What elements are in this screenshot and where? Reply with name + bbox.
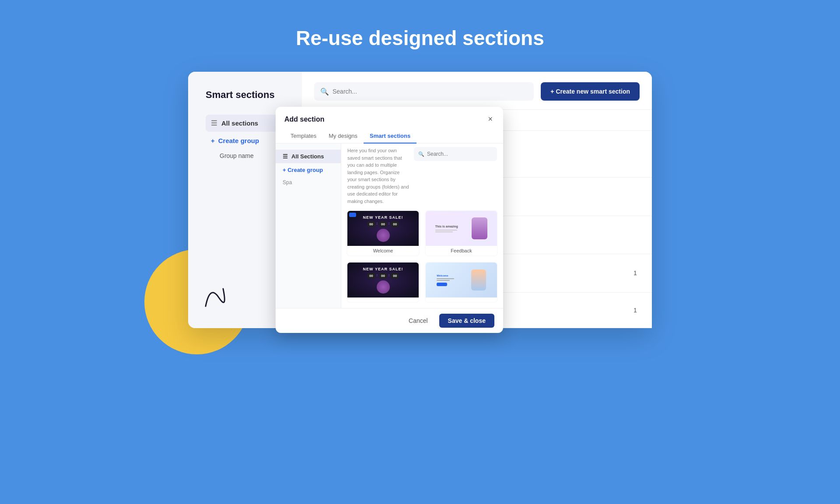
- modal-sidebar-all-sections[interactable]: ☰ All Sections: [276, 150, 341, 163]
- modal-hero-label: [426, 298, 497, 302]
- modal-thumb-sale2: NEW YEAR SALE! 00 : 00 : 00: [347, 262, 419, 298]
- modal-header: Add section ×: [276, 107, 503, 124]
- plus-icon: +: [211, 137, 215, 144]
- main-card: Smart sections ☰ All sections + Create g…: [188, 72, 652, 328]
- modal-section-card-welcome[interactable]: NEW YEAR SALE! 00 : 00 : 00: [346, 210, 420, 256]
- add-section-modal: Add section × Templates My designs Smart…: [276, 107, 503, 333]
- save-close-button[interactable]: Save & close: [439, 314, 494, 328]
- modal-search-icon: 🔍: [418, 151, 424, 157]
- sidebar-title: Smart sections: [206, 89, 291, 101]
- modal-info-text: Here you find your own saved smart secti…: [347, 147, 410, 205]
- modal-right-area: Here you find your own saved smart secti…: [341, 144, 503, 308]
- search-input[interactable]: [332, 88, 528, 95]
- modal-search-wrapper: 🔍: [414, 147, 497, 161]
- list-icon: ☰: [211, 119, 217, 127]
- modal-title: Add section: [284, 116, 325, 123]
- deco-squiggle: [197, 280, 232, 315]
- modal-sale2-label: [347, 298, 419, 302]
- sidebar-create-group-label: Create group: [218, 137, 259, 144]
- bottom-bg: [0, 328, 840, 363]
- modal-close-button[interactable]: ×: [486, 115, 494, 124]
- modal-sidebar: ☰ All Sections + Create group Spa: [276, 144, 341, 308]
- modal-feedback-label: Feedback: [426, 246, 497, 256]
- modal-list-icon: ☰: [283, 153, 288, 160]
- toolbar: 🔍 + Create new smart section: [302, 72, 652, 110]
- modal-section-card-sale2[interactable]: NEW YEAR SALE! 00 : 00 : 00: [346, 262, 420, 303]
- cancel-button[interactable]: Cancel: [402, 314, 435, 328]
- create-new-smart-section-button[interactable]: + Create new smart section: [541, 82, 640, 101]
- blackfriday-count: 1: [631, 307, 640, 314]
- search-icon: 🔍: [320, 88, 329, 96]
- modal-footer: Cancel Save & close: [276, 308, 503, 333]
- modal-tabs: Templates My designs Smart sections: [276, 124, 503, 144]
- modal-create-group[interactable]: + Create group: [276, 163, 341, 177]
- modal-section-card-hero[interactable]: Welcome: [425, 262, 498, 303]
- modal-spa-label: Spa: [276, 177, 341, 188]
- sidebar-all-sections-label: All sections: [221, 119, 258, 127]
- tab-smart-sections[interactable]: Smart sections: [364, 129, 416, 144]
- modal-body: ☰ All Sections + Create group Spa Here y…: [276, 144, 503, 308]
- hero-title: Re-use designed sections: [296, 26, 544, 50]
- search-wrapper: 🔍: [314, 82, 534, 101]
- modal-thumb-welcome: NEW YEAR SALE! 00 : 00 : 00: [347, 211, 419, 246]
- tab-my-designs[interactable]: My designs: [322, 129, 364, 144]
- modal-grid: NEW YEAR SALE! 00 : 00 : 00: [341, 205, 503, 308]
- modal-section-card-feedback[interactable]: This is amazing Feedback: [425, 210, 498, 256]
- modal-welcome-label: Welcome: [347, 246, 419, 256]
- modal-search-input[interactable]: [427, 151, 493, 157]
- modal-overlay: Add section × Templates My designs Smart…: [276, 107, 503, 333]
- modal-thumb-feedback: This is amazing: [426, 211, 497, 246]
- modal-thumb-hero: Welcome: [426, 262, 497, 298]
- tab-templates[interactable]: Templates: [284, 129, 322, 144]
- modal-all-sections-label: All Sections: [291, 153, 324, 160]
- footer-count: 1: [631, 270, 640, 276]
